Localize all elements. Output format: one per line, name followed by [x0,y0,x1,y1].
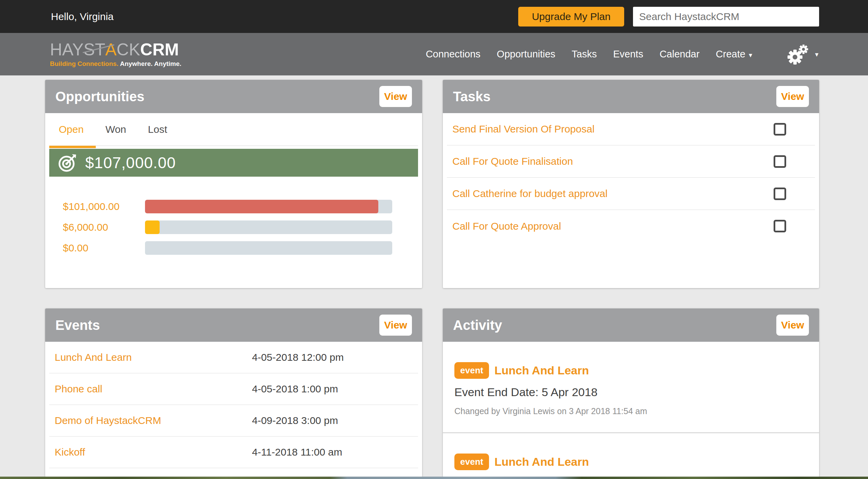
event-datetime: 4-05-2018 12:00 pm [252,352,344,363]
activity-head: event Lunch And Learn [454,454,812,470]
tasks-view-button[interactable]: View [776,86,809,107]
tasks-card: Tasks View Send Final Version Of Proposa… [443,80,819,288]
nav-item-opportunities[interactable]: Opportunities [497,49,556,60]
opportunities-card-header: Opportunities View [45,80,422,113]
tasks-card-header: Tasks View [443,80,819,113]
nav-item-events[interactable]: Events [613,49,644,60]
task-row: Call Catherine for budget approval [447,178,815,210]
event-link[interactable]: Phone call [49,383,102,395]
event-link[interactable]: Kickoff [49,446,85,458]
opportunities-body: Open Won Lost $107,000.00 $101,000.00 [45,113,422,255]
activity-entry: event Lunch And Learn Event End Date: 5 … [443,433,819,477]
nav-item-create[interactable]: Create▾ [716,49,752,60]
bar-label: $101,000.00 [49,201,145,212]
activity-record-link[interactable]: Lunch And Learn [494,364,589,377]
event-type-badge: event [454,362,489,379]
task-link[interactable]: Send Final Version Of Proposal [452,123,595,135]
nav-item-connections[interactable]: Connections [426,49,481,60]
tasks-list: Send Final Version Of Proposal Call For … [443,113,819,242]
bar-row: $6,000.00 [49,220,418,234]
upgrade-plan-button[interactable]: Upgrade My Plan [518,7,624,26]
logo-needle-a: A [105,40,116,59]
active-tab-indicator [49,146,96,148]
event-datetime: 4-05-2018 1:00 pm [252,383,338,395]
activity-feed: event Lunch And Learn Event End Date: 5 … [443,342,819,477]
topbar: Hello, Virginia Upgrade My Plan [0,0,868,33]
nav-links: Connections Opportunities Tasks Events C… [426,44,818,65]
activity-head: event Lunch And Learn [454,362,812,379]
bar-fill [145,220,160,234]
events-card-header: Events View [45,308,422,342]
tab-lost[interactable]: Lost [148,124,167,135]
task-checkbox[interactable] [774,155,786,168]
bar-fill [145,200,378,213]
bar-row: $101,000.00 [49,200,418,213]
bar-label: $6,000.00 [49,221,145,233]
events-card: Events View Lunch And Learn 4-05-2018 12… [45,308,422,477]
tab-open[interactable]: Open [59,124,84,135]
activity-view-button[interactable]: View [776,315,809,336]
haystackcrm-logo[interactable]: HAYSTACKCRM Building Connections. Anywhe… [50,41,181,68]
events-view-button[interactable]: View [379,315,412,336]
activity-entry: event Lunch And Learn Event End Date: 5 … [443,342,819,433]
card-title: Activity [453,318,502,333]
settings-menu-button[interactable]: ▾ [787,44,818,65]
bar-label: $0.00 [49,242,145,254]
activity-card: Activity View event Lunch And Learn Even… [443,308,819,477]
task-checkbox[interactable] [774,188,786,200]
event-row: Demo of HaystackCRM 4-09-2018 3:00 pm [49,405,418,437]
card-title: Opportunities [55,89,144,104]
activity-record-link[interactable]: Lunch And Learn [494,455,589,468]
bar-track [145,220,392,234]
bar-track [145,241,392,255]
task-link[interactable]: Call For Quote Finalisation [452,156,573,167]
event-link[interactable]: Lunch And Learn [49,352,132,363]
task-checkbox[interactable] [774,123,786,136]
greeting-text: Hello, Virginia [51,11,114,22]
nav-item-tasks[interactable]: Tasks [572,49,597,60]
chevron-down-icon: ▾ [815,50,818,58]
opportunities-tabs: Open Won Lost [49,113,418,146]
event-row: Kickoff 4-11-2018 11:00 am [49,437,418,468]
task-row: Call For Quote Approval [447,210,815,242]
tab-won[interactable]: Won [105,124,126,135]
event-row: Phone call 4-05-2018 1:00 pm [49,373,418,405]
bar-row: $0.00 [49,241,418,255]
event-row: Lunch And Learn 4-05-2018 12:00 pm [49,342,418,373]
bar-track [145,200,392,213]
logo-crm: CRM [140,40,179,59]
activity-card-header: Activity View [443,308,819,342]
activity-detail: Event End Date: 5 Apr 2018 [454,386,812,399]
activity-meta: Changed by Virginia Lewis on 3 Apr 2018 … [454,406,812,416]
chevron-down-icon: ▾ [749,51,752,59]
opportunity-bars: $101,000.00 $6,000.00 $0.00 [49,200,418,255]
navbar: HAYSTACKCRM Building Connections. Anywhe… [0,33,868,75]
background-photo-strip [0,477,868,479]
task-checkbox[interactable] [774,220,786,232]
task-row: Send Final Version Of Proposal [447,113,815,145]
task-link[interactable]: Call Catherine for budget approval [452,188,608,199]
event-link[interactable]: Demo of HaystackCRM [49,415,161,426]
target-icon [58,153,77,172]
dashboard-grid: Opportunities View Open Won Lost $107,00… [0,75,868,477]
event-datetime: 4-11-2018 11:00 am [252,446,342,458]
event-type-badge: event [454,454,489,470]
card-title: Events [55,318,100,333]
open-total-amount: $107,000.00 [85,154,176,172]
gear-icon [787,44,810,65]
events-list: Lunch And Learn 4-05-2018 12:00 pm Phone… [45,342,422,468]
logo-haystack-right: CK [116,40,140,59]
total-banner: $107,000.00 [49,149,418,177]
opportunities-view-button[interactable]: View [379,86,412,107]
task-row: Call For Quote Finalisation [447,145,815,178]
logo-tagline: Building Connections. Anywhere. Anytime. [50,60,181,68]
opportunities-card: Opportunities View Open Won Lost $107,00… [45,80,422,288]
task-link[interactable]: Call For Quote Approval [452,220,561,232]
nav-item-calendar[interactable]: Calendar [659,49,700,60]
card-title: Tasks [453,89,490,104]
event-datetime: 4-09-2018 3:00 pm [252,415,338,426]
search-input[interactable] [633,7,819,26]
logo-wordmark: HAYSTACKCRM [50,41,181,58]
